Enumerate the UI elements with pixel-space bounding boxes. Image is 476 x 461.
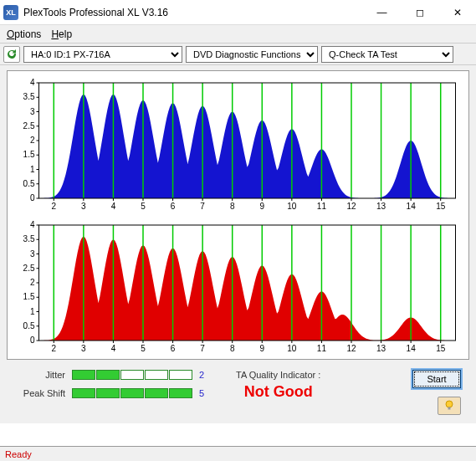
svg-text:4: 4 (111, 202, 116, 211)
window-buttons: ― ◻ ✕ (363, 0, 476, 24)
svg-text:0: 0 (30, 336, 35, 345)
refresh-button[interactable] (3, 46, 20, 63)
charts-container: 00.511.522.533.5423456789101112131415 00… (7, 70, 469, 360)
svg-text:1: 1 (30, 307, 35, 316)
peakshift-row: Peak Shift 5 (15, 388, 211, 398)
svg-text:8: 8 (230, 344, 235, 353)
jitter-row: Jitter 2 (15, 370, 211, 380)
svg-text:2: 2 (30, 278, 35, 287)
svg-text:4: 4 (30, 220, 35, 229)
svg-text:4: 4 (30, 78, 35, 87)
svg-text:10: 10 (287, 202, 297, 211)
svg-text:6: 6 (171, 344, 176, 353)
svg-text:0.5: 0.5 (23, 321, 35, 330)
menu-options[interactable]: Options (7, 28, 41, 40)
svg-text:6: 6 (171, 202, 176, 211)
titlebar: XL PlexTools Professional XL V3.16 ― ◻ ✕ (0, 0, 476, 25)
svg-text:3: 3 (81, 344, 86, 353)
svg-text:13: 13 (376, 344, 386, 353)
svg-text:13: 13 (376, 202, 386, 211)
meter-box (96, 388, 120, 398)
svg-text:12: 12 (346, 202, 356, 211)
svg-text:2: 2 (30, 136, 35, 145)
meter-box (72, 370, 95, 380)
svg-text:2.5: 2.5 (23, 264, 35, 273)
start-button[interactable]: Start (412, 370, 461, 388)
maximize-button[interactable]: ◻ (401, 0, 438, 24)
peakshift-value: 5 (199, 388, 211, 398)
svg-text:0.5: 0.5 (23, 179, 35, 188)
svg-text:12: 12 (346, 344, 356, 353)
statusbar: Ready (0, 446, 476, 461)
close-button[interactable]: ✕ (438, 0, 476, 24)
content-area: 00.511.522.533.5423456789101112131415 00… (0, 65, 476, 423)
meter-box (120, 370, 144, 380)
svg-text:2: 2 (52, 202, 57, 211)
category-select[interactable]: DVD Diagnostic Functions (186, 46, 318, 63)
meter-box (145, 370, 168, 380)
svg-text:9: 9 (260, 344, 265, 353)
svg-text:11: 11 (317, 202, 327, 211)
svg-rect-123 (448, 407, 451, 410)
meter-box (72, 388, 95, 398)
jitter-boxes (72, 370, 192, 380)
svg-text:5: 5 (141, 202, 146, 211)
peakshift-boxes (72, 388, 192, 398)
chart-bottom: 00.511.522.533.5423456789101112131415 (11, 217, 465, 359)
svg-text:3.5: 3.5 (23, 92, 35, 101)
peakshift-label: Peak Shift (15, 388, 65, 398)
jitter-value: 2 (199, 370, 211, 380)
svg-text:2.5: 2.5 (23, 121, 35, 131)
svg-text:2: 2 (52, 344, 57, 353)
svg-text:7: 7 (200, 344, 205, 353)
svg-text:1.5: 1.5 (23, 292, 35, 301)
meter-box (145, 388, 168, 398)
info-button[interactable] (438, 397, 461, 415)
test-select[interactable]: Q-Check TA Test (321, 46, 453, 63)
svg-text:15: 15 (436, 202, 446, 211)
jitter-label: Jitter (15, 370, 65, 380)
device-select[interactable]: HA:0 ID:1 PX-716A (23, 46, 182, 63)
meter-box (96, 370, 120, 380)
svg-text:14: 14 (407, 202, 417, 211)
bottom-panel: Jitter 2 Peak Shift 5 TA Quality Indicat… (7, 365, 469, 418)
ta-label: TA Quality Indicator : (236, 370, 320, 380)
svg-text:3: 3 (81, 202, 86, 211)
svg-text:3: 3 (30, 107, 35, 116)
svg-text:0: 0 (30, 193, 35, 202)
meter-box (120, 388, 144, 398)
app-icon: XL (3, 5, 18, 20)
svg-text:15: 15 (436, 344, 446, 353)
meter-box (169, 388, 192, 398)
svg-point-122 (446, 401, 453, 407)
svg-text:7: 7 (200, 202, 205, 211)
chart-top: 00.511.522.533.5423456789101112131415 (11, 74, 465, 217)
action-buttons: Start (412, 370, 461, 415)
svg-text:8: 8 (230, 202, 235, 211)
svg-text:4: 4 (111, 344, 116, 353)
svg-text:9: 9 (260, 202, 265, 211)
refresh-icon (6, 49, 18, 60)
svg-text:3: 3 (30, 249, 35, 259)
svg-text:1.5: 1.5 (23, 150, 35, 159)
status-text: Ready (5, 449, 32, 459)
menu-help[interactable]: Help (51, 28, 72, 40)
svg-text:14: 14 (407, 344, 417, 353)
menubar: Options Help (0, 25, 476, 44)
window-title: PlexTools Professional XL V3.16 (23, 7, 363, 18)
minimize-button[interactable]: ― (363, 0, 401, 24)
svg-text:3.5: 3.5 (23, 234, 35, 243)
meter-box (169, 370, 192, 380)
ta-value: Not Good (236, 383, 320, 401)
metrics: Jitter 2 Peak Shift 5 (15, 370, 211, 398)
svg-text:11: 11 (317, 344, 327, 353)
svg-text:10: 10 (287, 344, 297, 353)
toolbar: HA:0 ID:1 PX-716A DVD Diagnostic Functio… (0, 44, 476, 65)
lightbulb-icon (443, 400, 455, 412)
svg-text:5: 5 (141, 344, 146, 353)
svg-text:1: 1 (30, 165, 35, 174)
ta-indicator: TA Quality Indicator : Not Good (236, 370, 320, 401)
